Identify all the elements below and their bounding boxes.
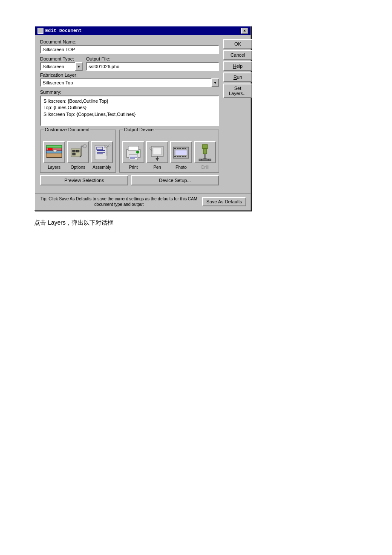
save-as-defaults-button[interactable]: Save As Defaults <box>202 197 246 206</box>
summary-label: Summary: <box>40 90 219 95</box>
tip-text: Tip: Click Save As Defaults to save the … <box>39 196 199 207</box>
svg-point-54 <box>201 159 202 161</box>
run-button[interactable]: Run <box>223 72 252 82</box>
svg-rect-40 <box>179 148 181 149</box>
svg-point-30 <box>136 151 139 153</box>
output-file-col: Output File: <box>86 56 219 71</box>
document-name-input[interactable] <box>40 45 219 54</box>
svg-rect-10 <box>72 153 75 155</box>
assembly-label[interactable]: Assembly <box>91 165 113 170</box>
output-device-icons <box>122 141 216 163</box>
layers-icon-btn[interactable] <box>43 141 65 163</box>
run-underline: R <box>233 75 237 80</box>
print-label[interactable]: Print <box>122 165 144 170</box>
svg-rect-50 <box>203 149 207 154</box>
svg-rect-49 <box>202 145 208 149</box>
run-rest: un <box>237 75 242 80</box>
customize-document-legend: Customize Document <box>44 127 90 132</box>
doc-type-col: Document Type: Silkscreen Assembly Fab D… <box>40 56 83 71</box>
output-file-label: Output File: <box>86 56 219 61</box>
svg-rect-5 <box>48 148 52 150</box>
dialog-main: Document Name: Document Type: Silkscreen… <box>40 39 219 189</box>
svg-rect-42 <box>184 148 186 149</box>
fab-layer-select[interactable]: Silkscreen Top Silkscreen Bottom <box>40 78 219 87</box>
layers-underline: Layers <box>48 165 61 170</box>
fab-layer-dropdown-arrow: ▼ <box>211 78 219 87</box>
device-setup-button[interactable]: Device Setup... <box>131 175 219 185</box>
output-file-input[interactable] <box>86 62 219 71</box>
output-device-labels: Print Pen Photo Drill <box>122 165 216 170</box>
summary-box: Silkscreen: {Board,Outline Top} Top: {Li… <box>40 95 219 126</box>
photo-icon <box>172 143 190 162</box>
svg-rect-25 <box>128 146 138 150</box>
svg-rect-45 <box>179 156 181 157</box>
svg-rect-32 <box>153 148 161 155</box>
help-rest: elp <box>236 64 243 69</box>
photo-label[interactable]: Photo <box>170 165 192 170</box>
doc-type-output-row: Document Type: Silkscreen Assembly Fab D… <box>40 56 219 71</box>
summary-line1: Silkscreen: {Board,Outline Top} <box>43 98 216 104</box>
svg-point-23 <box>109 145 110 146</box>
summary-line3: Silkscreen Top: {Copper,Lines,Text,Outli… <box>43 111 216 118</box>
edit-document-dialog: Edit Document × Document Name: Document … <box>34 26 251 211</box>
svg-point-13 <box>83 145 86 148</box>
svg-rect-6 <box>53 150 57 152</box>
svg-point-55 <box>208 159 209 161</box>
assembly-icon-btn[interactable] <box>91 141 113 163</box>
tip-bar: Tip: Click Save As Defaults to save the … <box>35 193 251 210</box>
action-row: Preview Selections Device Setup... <box>40 175 219 185</box>
assembly-label-text: Assembly <box>92 165 111 170</box>
layers-label[interactable]: Layers <box>43 165 65 170</box>
fab-layer-select-wrapper: Silkscreen Top Silkscreen Bottom ▼ <box>40 78 219 87</box>
document-type-wrapper: Silkscreen Assembly Fab Drawing ▼ <box>40 62 83 71</box>
output-device-legend: Output Device <box>123 127 155 132</box>
svg-rect-47 <box>184 156 186 157</box>
customize-doc-labels: Layers Options Assembly <box>43 165 113 170</box>
svg-rect-3 <box>46 145 62 148</box>
svg-marker-34 <box>156 158 159 161</box>
options-icon-btn[interactable] <box>67 141 89 163</box>
doc-type-dropdown-arrow: ▼ <box>75 62 83 71</box>
svg-rect-38 <box>174 148 176 149</box>
dialog-titlebar: Edit Document × <box>35 26 251 35</box>
print-icon <box>124 143 143 162</box>
photo-icon-btn[interactable] <box>170 141 192 163</box>
annotation-text: 点击 Layers，弹出以下对话框 <box>34 219 358 227</box>
options-label[interactable]: Options <box>67 165 89 170</box>
print-label-text: Print <box>129 165 138 170</box>
set-layers-button[interactable]: Set Layers... <box>223 84 252 98</box>
pen-icon <box>148 143 167 162</box>
svg-rect-46 <box>182 156 184 157</box>
customize-doc-icons <box>43 141 113 163</box>
summary-line2: Top: {Lines,Outlines} <box>43 104 216 111</box>
drill-icon-btn[interactable] <box>194 141 216 163</box>
svg-rect-43 <box>174 156 176 157</box>
document-type-label: Document Type: <box>40 56 83 61</box>
pen-icon-btn[interactable] <box>146 141 168 163</box>
svg-rect-48 <box>175 150 187 155</box>
svg-rect-41 <box>182 148 184 149</box>
svg-rect-39 <box>177 148 179 149</box>
drill-label[interactable]: Drill <box>194 165 216 170</box>
help-button[interactable]: Help <box>223 61 252 71</box>
dialog-title: Edit Document <box>45 28 241 33</box>
preview-selections-button[interactable]: Preview Selections <box>40 175 128 185</box>
svg-point-36 <box>150 147 151 149</box>
dialog-body: Document Name: Document Type: Silkscreen… <box>35 35 251 193</box>
print-icon-btn[interactable] <box>122 141 144 163</box>
title-icon <box>37 28 43 34</box>
fab-layer-label: Fabrication Layer: <box>40 72 219 78</box>
cancel-button[interactable]: Cancel <box>223 50 252 60</box>
svg-rect-8 <box>72 150 75 152</box>
pen-label[interactable]: Pen <box>146 165 168 170</box>
fab-layer-row: Fabrication Layer: Silkscreen Top Silksc… <box>40 72 219 87</box>
svg-rect-44 <box>177 156 179 157</box>
dialog-buttons: OK Cancel Help Run Set Layers... <box>223 39 252 189</box>
drill-label-text: Drill <box>201 165 208 170</box>
pen-label-text: Pen <box>153 165 161 170</box>
customize-document-panel: Customize Document <box>40 130 116 173</box>
options-label-text: Options <box>71 165 85 170</box>
svg-rect-9 <box>76 150 79 152</box>
ok-button[interactable]: OK <box>223 39 252 49</box>
close-button[interactable]: × <box>241 28 248 34</box>
